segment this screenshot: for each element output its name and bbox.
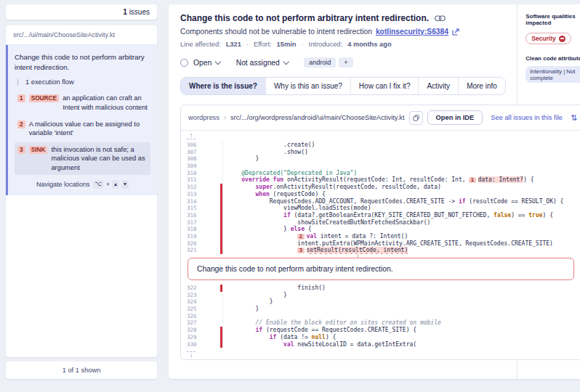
code-line: 311 override fun onActivityResult(reques… xyxy=(181,176,580,184)
page-title-row: Change this code to not perform arbitrar… xyxy=(180,13,505,23)
issues-shown-footer: 1 of 1 shown xyxy=(6,362,157,379)
issues-count: 1 issues xyxy=(6,4,157,20)
code-token xyxy=(227,184,256,190)
expand-all-icon[interactable]: ⇅ xyxy=(571,113,577,123)
tab-why-is-this-an-issue[interactable]: Why is this an issue? xyxy=(266,78,351,94)
code-token xyxy=(227,247,297,253)
line-number: 319 xyxy=(181,233,220,240)
add-tag-button[interactable]: + xyxy=(339,57,353,68)
rule-link[interactable]: kotlinsecurity:S6384 xyxy=(376,28,448,36)
expand-down-row: ↓ xyxy=(181,350,580,359)
code-marker-badge[interactable]: 2 xyxy=(297,234,304,240)
arrow-down-key-icon[interactable]: ▾ xyxy=(121,180,129,189)
code-token: // Enable the block editor on sites crea… xyxy=(227,319,441,326)
meta-value: 4 months ago xyxy=(347,41,391,48)
code-token: .show() xyxy=(227,149,308,155)
code-token: val xyxy=(307,233,317,240)
code-text: val newSiteLocalID = data.getIntExtra( xyxy=(222,341,580,348)
code-token: else xyxy=(291,226,305,232)
line-number: 330 xyxy=(181,341,220,348)
tab-where-is-the-issue[interactable]: Where is the issue? xyxy=(181,78,266,94)
copy-path-button[interactable] xyxy=(409,111,423,125)
option-key-icon[interactable]: ⌥ xyxy=(93,180,104,189)
code-line: 316 if (data?.getBooleanExtra(KEY_SITE_C… xyxy=(181,212,580,219)
assignee-select[interactable]: Not assigned xyxy=(236,59,289,67)
code-text: .show() xyxy=(222,149,580,156)
tab-activity[interactable]: Activity xyxy=(419,78,459,94)
flow-location-3[interactable]: 3SINKthis invocation is not safe; a mali… xyxy=(15,142,150,176)
code-token: .onActivityResult(requestCode, resultCod… xyxy=(273,184,441,190)
arrow-up-key-icon[interactable]: ▴ xyxy=(112,180,119,189)
open-in-ide-button[interactable]: Open in IDE xyxy=(427,110,483,125)
code-text: if (data != null) { xyxy=(222,334,580,341)
code-token: if xyxy=(256,327,263,333)
code-token xyxy=(227,212,283,219)
execution-flow-icon: ⋮ xyxy=(15,78,21,86)
code-token: val xyxy=(283,341,294,348)
code-token: override fun xyxy=(241,176,283,183)
code-token: showSiteCreatedButNotFetchedSnackbar() xyxy=(227,219,430,226)
code-token: intent.putExtra(WPMainActivity.ARG_CREAT… xyxy=(227,240,553,247)
line-number: 324 xyxy=(181,298,220,306)
code-marker-badge[interactable]: 1 xyxy=(469,177,475,183)
tag-android[interactable]: android xyxy=(304,57,336,68)
code-line: 312 super.onActivityResult(requestCode, … xyxy=(181,184,580,191)
code-text: } xyxy=(222,155,580,163)
code-line: 322 finish() xyxy=(181,285,580,292)
code-token: onActivityResult(requestCode: Int, resul… xyxy=(283,176,469,183)
flow-location-1[interactable]: 1SOURCEan application can craft an Inten… xyxy=(15,91,150,115)
code-text: @Deprecated("Deprecated in Java") xyxy=(222,170,580,177)
issue-list-item[interactable]: Change this code to not perform arbitrar… xyxy=(6,45,157,195)
see-all-issues-link[interactable]: See all issues in this file xyxy=(491,114,563,121)
code-text xyxy=(222,163,580,170)
meta-label: Line affected: xyxy=(180,41,221,48)
tab-more-info[interactable]: More info xyxy=(459,78,505,94)
expand-code-down-button[interactable]: ↓ xyxy=(187,351,196,359)
line-number: 314 xyxy=(181,198,220,205)
code-marker-badge[interactable]: 3 xyxy=(297,248,304,253)
expand-code-up-button[interactable]: ↑ xyxy=(187,132,196,139)
code-token: } xyxy=(227,155,259,162)
software-qualities-title: Software qualities impacted xyxy=(525,13,580,26)
code-token: super xyxy=(256,184,273,190)
status-select[interactable]: Open xyxy=(180,59,220,67)
code-text: super.onActivityResult(requestCode, resu… xyxy=(222,184,580,191)
tab-how-can-i-fix-it[interactable]: How can I fix it? xyxy=(351,78,419,94)
code-token: } xyxy=(227,306,259,312)
code-token: false xyxy=(494,212,511,219)
code-line: 306 .create() xyxy=(181,142,580,149)
code-line: 314 RequestCodes.ADD_ACCOUNT, RequestCod… xyxy=(181,198,580,205)
code-line: 319 2val intent = data ?: Intent() xyxy=(181,233,580,240)
issues-list-panel: src/.../ui/main/ChooseSiteActivity.kt Ch… xyxy=(6,25,157,357)
meta-value: 15min xyxy=(277,41,297,48)
location-kind-badge: SINK xyxy=(29,146,48,154)
code-token: viewModel.loadSites(mode) xyxy=(227,205,371,211)
code-token: true xyxy=(528,212,542,219)
meta-separator: · xyxy=(301,41,303,48)
code-area: 306 .create()307 .show()308 }309310 @Dep… xyxy=(181,140,580,350)
code-line: 330 val newSiteLocalID = data.getIntExtr… xyxy=(181,341,580,348)
breadcrumb-project[interactable]: wordpress xyxy=(188,114,219,121)
code-token: (requestCode) { xyxy=(270,191,326,197)
code-line: 320 intent.putExtra(WPMainActivity.ARG_C… xyxy=(181,240,580,248)
line-number: 328 xyxy=(181,327,220,334)
execution-flow-row[interactable]: ⋮ 1 execution flow xyxy=(15,78,150,86)
navigate-locations-label: Navigate locations xyxy=(36,181,90,188)
code-token: ) { xyxy=(326,334,336,340)
clean-code-attribute-pill[interactable]: Intentionality | Not complete xyxy=(525,66,580,83)
line-number: 318 xyxy=(181,226,220,233)
flow-location-2[interactable]: 2A malicious value can be assigned to va… xyxy=(15,117,150,141)
code-token: (data?.getBooleanExtra(KEY_SITE_CREATED_… xyxy=(291,212,494,219)
code-text: // Enable the block editor on sites crea… xyxy=(222,319,580,327)
link-icon[interactable] xyxy=(435,15,446,22)
issue-title: Change this code to not perform arbitrar… xyxy=(180,13,429,23)
issue-subtitle: Components should not be vulnerable to i… xyxy=(180,28,372,36)
security-quality-pill[interactable]: Security xyxy=(525,33,571,44)
code-text: .create() xyxy=(222,142,580,149)
meta-label: Introduced: xyxy=(309,41,343,48)
code-token: (requestCode == RequestCodes.CREATE_SITE… xyxy=(262,327,416,333)
line-number: 321 xyxy=(181,247,220,254)
external-link-icon xyxy=(452,28,459,36)
line-number: 315 xyxy=(181,205,220,212)
navigate-keys: ⌥+▴▾ xyxy=(93,180,129,189)
